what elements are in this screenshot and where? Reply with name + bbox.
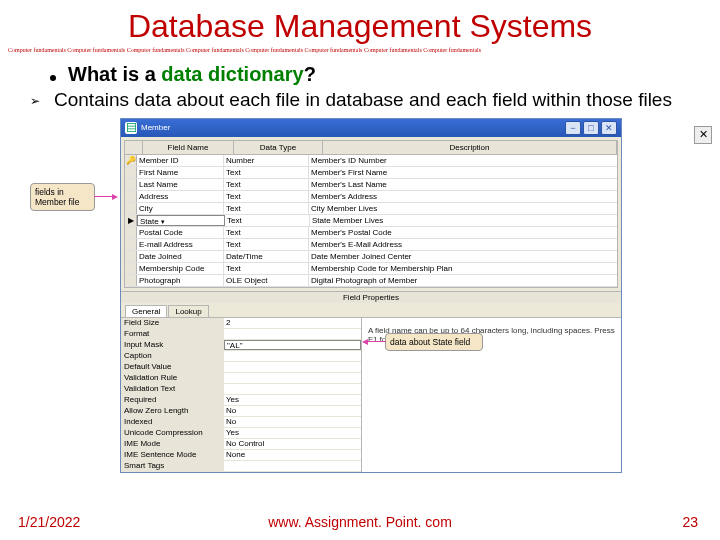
property-key: IME Mode bbox=[121, 439, 224, 449]
table-row[interactable]: AddressTextMember's Address bbox=[125, 191, 617, 203]
property-value[interactable]: No bbox=[224, 406, 361, 416]
table-row[interactable]: Postal CodeTextMember's Postal Code bbox=[125, 227, 617, 239]
table-row[interactable]: PhotographOLE ObjectDigital Photograph o… bbox=[125, 275, 617, 287]
property-value[interactable] bbox=[224, 329, 361, 339]
property-value[interactable] bbox=[224, 351, 361, 361]
col-field-name[interactable]: Field Name bbox=[143, 141, 234, 154]
row-selector[interactable] bbox=[125, 275, 137, 286]
property-row[interactable]: Unicode CompressionYes bbox=[121, 428, 361, 439]
property-value[interactable]: Yes bbox=[224, 395, 361, 405]
cell-field-name[interactable]: E-mail Address bbox=[137, 239, 224, 250]
property-value[interactable] bbox=[224, 461, 361, 471]
table-row[interactable]: 🔑Member IDNumberMember's ID Number bbox=[125, 155, 617, 167]
property-row[interactable]: IME ModeNo Control bbox=[121, 439, 361, 450]
property-value[interactable]: No Control bbox=[224, 439, 361, 449]
cell-description[interactable]: Member's E-Mail Address bbox=[309, 239, 617, 250]
bullet-prefix: What is a bbox=[68, 63, 161, 85]
maximize-button[interactable]: □ bbox=[583, 121, 599, 135]
property-row[interactable]: Caption bbox=[121, 351, 361, 362]
cell-data-type[interactable]: Text bbox=[224, 227, 309, 238]
cell-description[interactable]: Member's First Name bbox=[309, 167, 617, 178]
cell-description[interactable]: Membership Code for Membership Plan bbox=[309, 263, 617, 274]
col-data-type[interactable]: Data Type bbox=[234, 141, 323, 154]
tab-lookup[interactable]: Lookup bbox=[168, 305, 208, 317]
row-selector[interactable]: ▶ bbox=[125, 215, 137, 226]
property-value[interactable]: 2 bbox=[224, 318, 361, 328]
window-title: Member bbox=[141, 123, 170, 132]
cell-description[interactable]: City Member Lives bbox=[309, 203, 617, 214]
property-row[interactable]: Validation Text bbox=[121, 384, 361, 395]
close-icon[interactable]: ✕ bbox=[694, 126, 712, 144]
callout-data: data about State field bbox=[385, 333, 483, 351]
property-value[interactable]: "AL" bbox=[224, 340, 361, 350]
table-row[interactable]: Last NameTextMember's Last Name bbox=[125, 179, 617, 191]
cell-field-name[interactable]: State ▾ bbox=[137, 215, 225, 226]
property-row[interactable]: Format bbox=[121, 329, 361, 340]
cell-data-type[interactable]: Text bbox=[224, 263, 309, 274]
cell-field-name[interactable]: First Name bbox=[137, 167, 224, 178]
minimize-button[interactable]: − bbox=[565, 121, 581, 135]
row-selector[interactable] bbox=[125, 203, 137, 214]
cell-field-name[interactable]: Date Joined bbox=[137, 251, 224, 262]
banner-text: Computer fundamentals Computer fundament… bbox=[0, 47, 720, 53]
table-row[interactable]: CityTextCity Member Lives bbox=[125, 203, 617, 215]
row-selector[interactable] bbox=[125, 191, 137, 202]
row-selector[interactable]: 🔑 bbox=[125, 155, 137, 166]
cell-field-name[interactable]: Address bbox=[137, 191, 224, 202]
cell-description[interactable]: State Member Lives bbox=[310, 215, 617, 226]
cell-data-type[interactable]: Date/Time bbox=[224, 251, 309, 262]
table-row[interactable]: E-mail AddressTextMember's E-Mail Addres… bbox=[125, 239, 617, 251]
property-row[interactable]: Field Size2 bbox=[121, 318, 361, 329]
cell-field-name[interactable]: Postal Code bbox=[137, 227, 224, 238]
close-button[interactable]: ✕ bbox=[601, 121, 617, 135]
cell-data-type[interactable]: Text bbox=[225, 215, 310, 226]
cell-field-name[interactable]: Photograph bbox=[137, 275, 224, 286]
row-selector[interactable] bbox=[125, 179, 137, 190]
property-key: Input Mask bbox=[121, 340, 224, 350]
property-row[interactable]: Default Value bbox=[121, 362, 361, 373]
property-value[interactable] bbox=[224, 373, 361, 383]
row-selector[interactable] bbox=[125, 239, 137, 250]
cell-data-type[interactable]: OLE Object bbox=[224, 275, 309, 286]
table-row[interactable]: ▶State ▾TextState Member Lives bbox=[125, 215, 617, 227]
cell-field-name[interactable]: City bbox=[137, 203, 224, 214]
cell-field-name[interactable]: Member ID bbox=[137, 155, 224, 166]
cell-description[interactable]: Member's Postal Code bbox=[309, 227, 617, 238]
property-value[interactable]: None bbox=[224, 450, 361, 460]
cell-field-name[interactable]: Membership Code bbox=[137, 263, 224, 274]
property-row[interactable]: RequiredYes bbox=[121, 395, 361, 406]
row-selector[interactable] bbox=[125, 251, 137, 262]
property-row[interactable]: Validation Rule bbox=[121, 373, 361, 384]
property-value[interactable] bbox=[224, 362, 361, 372]
cell-description[interactable]: Member's Address bbox=[309, 191, 617, 202]
property-row[interactable]: Input Mask"AL" bbox=[121, 340, 361, 351]
cell-field-name[interactable]: Last Name bbox=[137, 179, 224, 190]
row-selector[interactable] bbox=[125, 167, 137, 178]
cell-data-type[interactable]: Text bbox=[224, 179, 309, 190]
row-selector[interactable] bbox=[125, 227, 137, 238]
cell-data-type[interactable]: Text bbox=[224, 167, 309, 178]
table-row[interactable]: First NameTextMember's First Name bbox=[125, 167, 617, 179]
row-selector[interactable] bbox=[125, 263, 137, 274]
cell-data-type[interactable]: Text bbox=[224, 239, 309, 250]
table-row[interactable]: Date JoinedDate/TimeDate Member Joined C… bbox=[125, 251, 617, 263]
tab-general[interactable]: General bbox=[125, 305, 167, 317]
cell-data-type[interactable]: Text bbox=[224, 203, 309, 214]
table-row[interactable]: Membership CodeTextMembership Code for M… bbox=[125, 263, 617, 275]
property-value[interactable]: Yes bbox=[224, 428, 361, 438]
property-row[interactable]: IME Sentence ModeNone bbox=[121, 450, 361, 461]
property-row[interactable]: IndexedNo bbox=[121, 417, 361, 428]
callout-data-text: data about State field bbox=[390, 337, 470, 347]
property-value[interactable]: No bbox=[224, 417, 361, 427]
property-value[interactable] bbox=[224, 384, 361, 394]
col-description[interactable]: Description bbox=[323, 141, 617, 154]
cell-data-type[interactable]: Number bbox=[224, 155, 309, 166]
cell-description[interactable]: Member's Last Name bbox=[309, 179, 617, 190]
cell-description[interactable]: Date Member Joined Center bbox=[309, 251, 617, 262]
property-row[interactable]: Allow Zero LengthNo bbox=[121, 406, 361, 417]
cell-description[interactable]: Digital Photograph of Member bbox=[309, 275, 617, 286]
cell-data-type[interactable]: Text bbox=[224, 191, 309, 202]
property-row[interactable]: Smart Tags bbox=[121, 461, 361, 472]
sub-bullet-text: Contains data about each file in databas… bbox=[54, 88, 672, 112]
cell-description[interactable]: Member's ID Number bbox=[309, 155, 617, 166]
